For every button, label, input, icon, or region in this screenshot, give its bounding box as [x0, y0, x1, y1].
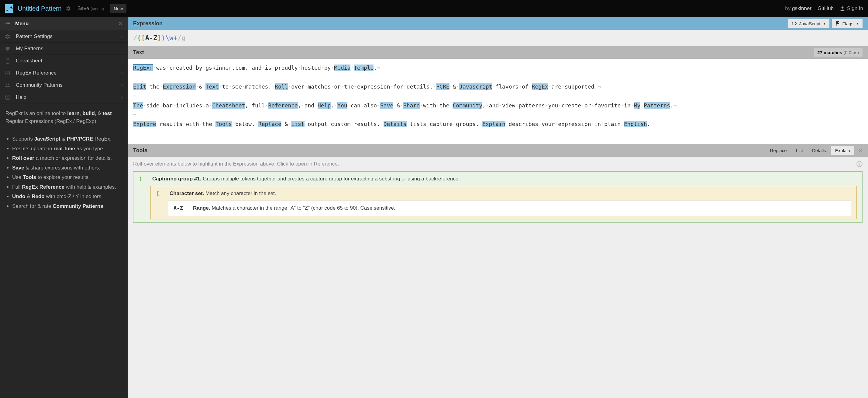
save-button[interactable]: Save (cmd-s): [78, 5, 104, 11]
chevron-right-icon: ›: [121, 82, 123, 88]
expression-header: Expression JavaScript ▼ Flags ▼: [128, 17, 868, 30]
chevron-right-icon: ›: [121, 95, 123, 100]
workspace: Expression JavaScript ▼ Flags ▼ /([A-Z])…: [128, 17, 868, 398]
tools-header: Tools Replace List Details Explain ✕: [128, 144, 868, 157]
tab-list[interactable]: List: [792, 146, 807, 155]
explain-group[interactable]: ( Capturing group #1. Groups multiple to…: [133, 171, 863, 223]
list-item: Full RegEx Reference with help & example…: [12, 183, 122, 191]
list-item: Roll over a match or expression for deta…: [12, 154, 122, 162]
flavor-dropdown[interactable]: JavaScript ▼: [788, 19, 829, 28]
tab-details[interactable]: Details: [808, 146, 830, 155]
signin-button[interactable]: Sign In: [840, 5, 863, 11]
sidebar-content: RegExr is an online tool to learn, build…: [0, 104, 128, 398]
clipboard-icon: [5, 58, 11, 64]
flag-icon: [835, 21, 840, 26]
new-button[interactable]: New: [110, 4, 126, 13]
author-link[interactable]: gskinner: [792, 5, 811, 11]
list-item: Undo & Redo with cmd-Z / Y in editors.: [12, 193, 122, 201]
sidebar-item-regex-reference[interactable]: RegEx Reference›: [0, 67, 128, 79]
help-icon[interactable]: ?: [857, 161, 863, 167]
top-bar: .* Untitled Pattern Save (cmd-s) New by …: [0, 0, 868, 17]
list-item: Results update in real-time as you type.: [12, 145, 122, 153]
list-item: Use Tools to explore your results.: [12, 173, 122, 181]
text-header: Text 27 matches (0.0ms): [128, 46, 868, 59]
list-item: Save & share expressions with others.: [12, 164, 122, 172]
sidebar-item-pattern-settings[interactable]: Pattern Settings›: [0, 30, 128, 42]
menu-title: Menu: [15, 21, 29, 27]
close-icon[interactable]: ✕: [859, 148, 863, 153]
sidebar: Menu ✕ Pattern Settings›My Patterns›Chea…: [0, 17, 128, 398]
question-icon: ?: [5, 95, 11, 100]
user-icon: [840, 6, 845, 11]
sidebar-item-my-patterns[interactable]: My Patterns›: [0, 42, 128, 55]
text-input[interactable]: RegExr·was·created·by·gskinner.com,·and·…: [128, 59, 868, 144]
gear-icon[interactable]: [66, 6, 71, 11]
gear-icon: [5, 34, 11, 39]
sidebar-item-community-patterns[interactable]: Community Patterns›: [0, 79, 128, 91]
match-count: 27 matches (0.0ms): [814, 48, 863, 57]
github-link[interactable]: GitHub: [817, 5, 834, 11]
book-icon: [5, 70, 11, 76]
menu-header: Menu ✕: [0, 17, 128, 30]
chevron-down-icon: ▼: [823, 22, 826, 25]
chevron-down-icon: ▼: [856, 22, 859, 25]
list-icon: [5, 21, 10, 26]
tab-replace[interactable]: Replace: [766, 146, 791, 155]
logo[interactable]: .*: [5, 4, 13, 13]
svg-text:?: ?: [7, 95, 9, 99]
chevron-right-icon: ›: [121, 46, 123, 51]
explain-range[interactable]: A-Z Range. Matches a character in the ra…: [168, 201, 851, 216]
heart-icon: [5, 46, 11, 51]
code-icon: [792, 21, 797, 26]
list-item: Search for & rate Community Patterns.: [12, 202, 122, 210]
flags-dropdown[interactable]: Flags ▼: [832, 19, 863, 28]
people-icon: [5, 82, 11, 88]
sidebar-item-cheatsheet[interactable]: Cheatsheet›: [0, 55, 128, 67]
pattern-title[interactable]: Untitled Pattern: [18, 5, 62, 12]
chevron-right-icon: ›: [121, 70, 123, 76]
tools-panel: Roll-over elements below to highlight in…: [128, 157, 868, 398]
tab-explain[interactable]: Explain: [831, 146, 854, 155]
expression-input[interactable]: /([A-Z])\w+/g: [128, 30, 868, 46]
chevron-right-icon: ›: [121, 34, 123, 39]
svg-text:?: ?: [858, 162, 861, 166]
close-icon[interactable]: ✕: [118, 20, 123, 27]
sidebar-item-help[interactable]: ?Help›: [0, 91, 128, 104]
list-item: Supports JavaScript & PHP/PCRE RegEx.: [12, 135, 122, 143]
chevron-right-icon: ›: [121, 58, 123, 64]
explain-charset[interactable]: [ Character set. Match any character in …: [150, 186, 857, 219]
